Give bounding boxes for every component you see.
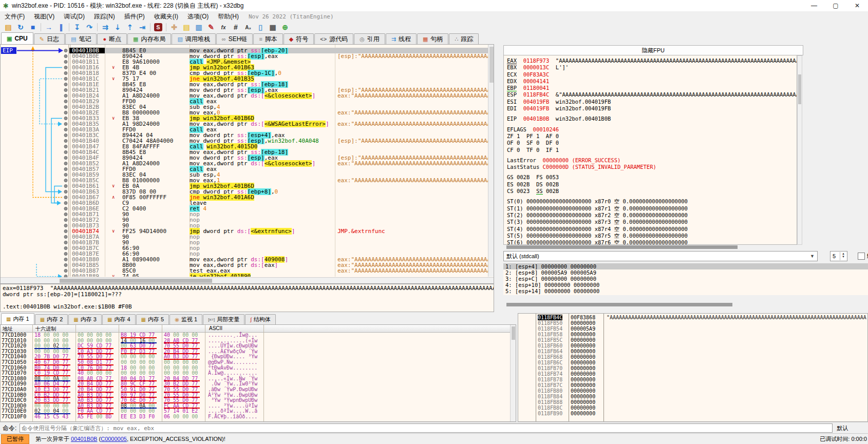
argument-row[interactable]: 3: [esp+C] 00000000 00000000 <box>503 276 868 282</box>
stack-row[interactable]: 0118FB54000005A9 <box>518 326 867 332</box>
disassembly-horizontal-scrollbar[interactable] <box>1 277 494 284</box>
dump-tab-watch1[interactable]: ◉监视 1 <box>169 314 202 324</box>
register-line[interactable]: ESI 004019FB win32bof.004019FB <box>507 99 797 105</box>
dump-tab-memory4[interactable]: ▦内存 4 <box>102 314 136 324</box>
disasm-row[interactable]: 00401B74∨FF25 94D14000jmp dword ptr ds:[… <box>69 228 488 234</box>
hex-dump-row[interactable]: 77CD10F046 15 C5 43A5 FE 00 8DEE E3 D3 F… <box>1 414 516 420</box>
tab-handles[interactable]: ▦句柄 <box>417 33 448 44</box>
disassembly-pane[interactable]: EIP 00401B0B8B45 E0mov eax,dword ptr ss:… <box>0 44 494 284</box>
hide-fpu-button[interactable]: 隐藏FPU <box>503 45 803 55</box>
disasm-row[interactable]: 00401B7290nop <box>69 217 488 223</box>
disasm-row[interactable]: 00401B7190nop <box>69 211 488 217</box>
register-line[interactable]: LastError 00000000 (ERROR_SUCCESS) <box>507 157 797 164</box>
preferences-icon[interactable]: fx <box>217 22 230 32</box>
disasm-row[interactable]: 00401B6EC2 0400ret 4 <box>69 206 488 211</box>
register-line[interactable]: ST(5) 00000000000000000000 x87r5 空 0.000… <box>507 233 797 239</box>
scylla-icon[interactable]: S <box>152 22 164 32</box>
register-line[interactable]: EIP 00401B0B win32bof.00401B0B <box>507 115 797 122</box>
stack-row[interactable]: 0118FB6800000000 <box>518 354 867 360</box>
tab-seh[interactable]: ∞SEH链 <box>216 33 253 44</box>
command-input[interactable] <box>20 423 833 433</box>
highlight-icon[interactable]: ✎ <box>205 22 217 32</box>
menu-item-i[interactable]: 收藏夹(I) <box>149 11 183 22</box>
register-line[interactable]: ST(2) 00000000000000000000 x87r2 空 0.000… <box>507 212 797 219</box>
registers-vertical-scrollbar[interactable] <box>797 55 802 245</box>
stack-row[interactable]: 0118FB8800000000 <box>518 399 867 405</box>
disasm-row[interactable]: 00401B67∧0F85 00FFFFFFjne win32bof.401A6… <box>69 195 488 200</box>
stack-row[interactable]: 0118FB9000000000 <box>518 411 867 416</box>
register-line[interactable]: CS 0023 SS 002B <box>507 188 797 195</box>
stack-row[interactable]: 0118FB7000000000 <box>518 365 867 371</box>
tab-memory-map[interactable]: ▦内存布局 <box>127 33 171 44</box>
stack-row[interactable]: 0118FB8C00000000 <box>518 405 867 411</box>
argument-row[interactable]: 4: [esp+10] 00000000 00000000 <box>503 282 868 288</box>
register-line[interactable]: LastStatus C000000D (STATUS_INVALID_PARA… <box>507 164 797 170</box>
maximize-button[interactable]: ▢ <box>825 0 846 11</box>
favourites-icon[interactable]: ▤ <box>180 22 193 32</box>
argument-row[interactable]: 1: [esp+4] 00000000 00000000 <box>503 263 868 269</box>
stack-row[interactable]: 0118FB6C00000000 <box>518 360 867 365</box>
register-line[interactable]: EBP 01180041 <box>507 85 797 91</box>
tab-call-stack[interactable]: ▧调用堆栈 <box>172 33 215 44</box>
argument-row[interactable]: 2: [esp+8] 000005A9 000005A9 <box>503 269 868 276</box>
register-line[interactable]: ZF 1 PF 1 AF 0 <box>507 133 797 140</box>
disasm-row[interactable]: 00401B7A90nop <box>69 234 488 240</box>
stack-row[interactable]: 0118FB7800000000 <box>518 377 867 382</box>
register-line[interactable]: EBX 0000013C L']' <box>507 64 797 71</box>
stack-row[interactable]: 0118FB8000000000 <box>518 388 867 394</box>
calculator-icon[interactable]: ▦ <box>267 22 279 32</box>
tab-notes[interactable]: ▤笔记 <box>65 33 97 44</box>
attach-icon[interactable]: ⇥ <box>136 22 148 32</box>
register-line[interactable]: GS 002B FS 0053 <box>507 174 797 181</box>
run-icon[interactable]: → <box>43 22 55 32</box>
dump-tab-memory5[interactable]: ▦内存 5 <box>136 314 169 324</box>
tab-trace[interactable]: ∴跟踪 <box>449 33 479 44</box>
animate-into-icon[interactable]: ⇣ <box>111 22 124 32</box>
dump-tab-memory3[interactable]: ▦内存 3 <box>68 314 102 324</box>
unlock-checkbox[interactable] <box>858 253 865 260</box>
tab-script[interactable]: ≡脚本 <box>253 33 282 44</box>
exception-address-link[interactable]: 00401B0B <box>71 436 97 442</box>
stack-row[interactable]: 0118FB7400000000 <box>518 371 867 377</box>
tab-log[interactable]: ✎日志 <box>34 33 65 44</box>
close-button[interactable]: ✕ <box>846 0 868 11</box>
dump-tab-memory2[interactable]: ▦内存 2 <box>35 314 68 324</box>
disassembly-rows[interactable]: 00401B0B8B45 E0mov eax,dword ptr ss:[ebp… <box>69 48 488 277</box>
mnemonic-help-icon[interactable]: ▥ <box>193 22 205 32</box>
open-file-icon[interactable]: ▤ <box>2 22 14 32</box>
tab-cpu[interactable]: ▣CPU <box>1 32 33 44</box>
register-line[interactable]: CF 0 TF 0 IF 1 <box>507 147 797 153</box>
tab-references[interactable]: ◎引用 <box>354 33 385 44</box>
dump-vertical-scrollbar[interactable] <box>510 325 516 421</box>
exception-code-link[interactable]: C0000005 <box>101 436 127 442</box>
register-line[interactable]: ES 002B DS 002B <box>507 181 797 188</box>
step-over-icon[interactable]: ↷ <box>83 22 96 32</box>
hex-dump-pane[interactable]: 地址 十六进制 ASCII 77CD100018 00 00 0000 00 0… <box>0 324 516 422</box>
register-line[interactable]: ESP 0118FB4C &"AAAAAAAAAAAAAAAAAAAAAAAAA… <box>507 91 797 98</box>
step-into-icon[interactable]: ↧ <box>71 22 83 32</box>
help-icon[interactable]: ⊕ <box>279 22 291 32</box>
menu-item-n[interactable]: 跟踪(N) <box>89 11 120 22</box>
stack-row[interactable]: 0118FB5800000000 <box>518 332 867 337</box>
menu-item-h[interactable]: 帮助(H) <box>213 11 243 22</box>
registers-horizontal-scrollbar[interactable] <box>503 245 802 250</box>
menu-item-p[interactable]: 插件(P) <box>120 11 149 22</box>
minimize-button[interactable]: — <box>803 0 825 11</box>
disassembly-vertical-scrollbar[interactable] <box>488 45 494 277</box>
menu-item-d[interactable]: 调试(D) <box>59 11 89 22</box>
stack-row[interactable]: 0118FB6400000000 <box>518 349 867 354</box>
register-line[interactable]: EDI 004019FB win32bof.004019FB <box>507 105 797 112</box>
register-line[interactable]: EFLAGS 00010246 <box>507 126 797 133</box>
shortcuts-icon[interactable]: # <box>230 22 242 32</box>
stack-row[interactable]: 0118FB6000000000 <box>518 343 867 349</box>
calling-convention-select[interactable]: 默认 (stdcall) ▼ <box>503 251 818 261</box>
register-line[interactable]: ST(3) 00000000000000000000 x87r3 空 0.000… <box>507 219 797 225</box>
tab-source[interactable]: <>源代码 <box>314 33 353 44</box>
register-line[interactable]: EAX 0118F973 "AAAAAAAAAAAAAAAAAAAAAAAAAA… <box>507 57 797 64</box>
register-line[interactable]: ST(1) 00000000000000000000 x87r1 空 0.000… <box>507 205 797 212</box>
execute-till-return-icon[interactable]: ⇡ <box>124 22 136 32</box>
patch-icon[interactable]: ✚ <box>168 22 180 32</box>
menu-item-v[interactable]: 视图(V) <box>29 11 59 22</box>
stop-icon[interactable]: ■ <box>27 22 39 32</box>
register-line[interactable]: ST(0) 00000000000000000000 x87r0 空 0.000… <box>507 198 797 205</box>
